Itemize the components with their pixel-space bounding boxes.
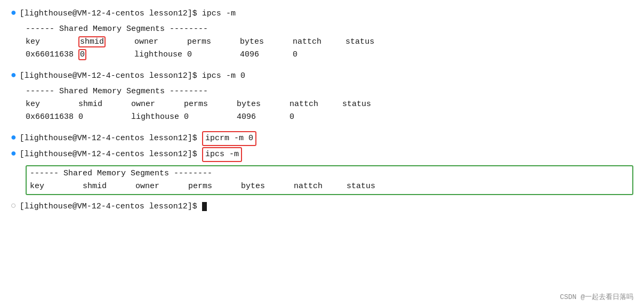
prompt-2: [lighthouse@VM-12-4-centos lesson12]$ ip… [20,70,245,83]
bullet-2: ● [11,68,17,83]
shmid-value-red-box: 0 [78,49,86,60]
shmid-red-box: shmid [78,36,106,47]
shm-data-1: 0x66011638 0 lighthouse 0 4096 0 [26,49,633,61]
prompt-5: [lighthouse@VM-12-4-centos lesson12]$ [20,200,207,213]
prompt-3a: [lighthouse@VM-12-4-centos lesson12]$ [20,132,202,145]
bullet-3a: ● [11,130,17,146]
shm-columns-2: key shmid owner perms bytes nattch statu… [26,98,633,111]
block5-prompt-line: ○ [lighthouse@VM-12-4-centos lesson12]$ [11,198,633,214]
shm-header-3: ------ Shared Memory Segments -------- [30,167,629,180]
block3-line2: ● [lighthouse@VM-12-4-centos lesson12]$ … [11,146,633,162]
bullet-empty: ○ [11,198,17,214]
block2-section: ------ Shared Memory Segments -------- k… [26,85,633,124]
shm-header-2: ------ Shared Memory Segments -------- [26,85,633,98]
bullet-1: ● [11,5,17,21]
watermark: CSDN @一起去看日落吗 [560,292,633,302]
green-shm-block: ------ Shared Memory Segments -------- k… [26,165,633,195]
ipcs-cmd-box: ipcs -m [202,147,242,162]
block2-prompt-line: ● [lighthouse@VM-12-4-centos lesson12]$ … [11,68,633,83]
shm-data-2: 0x66011638 0 lighthouse 0 4096 0 [26,111,633,124]
cursor [202,202,207,211]
ipcrm-cmd-box: ipcrm -m 0 [202,131,256,146]
shm-header-1: ------ Shared Memory Segments -------- [26,23,633,36]
prompt-3b: [lighthouse@VM-12-4-centos lesson12]$ [20,148,202,161]
bullet-3b: ● [11,146,17,161]
prompt-1: [lighthouse@VM-12-4-centos lesson12]$ ip… [20,7,236,20]
shm-columns-1: key shmid owner perms bytes nattch statu… [26,36,633,49]
block1-section: ------ Shared Memory Segments -------- k… [26,23,633,61]
shm-columns-3: key shmid owner perms bytes nattch statu… [30,180,629,193]
block1-prompt-line: ● [lighthouse@VM-12-4-centos lesson12]$ … [11,5,633,21]
block3-lines: ● [lighthouse@VM-12-4-centos lesson12]$ … [11,130,633,162]
block3-line1: ● [lighthouse@VM-12-4-centos lesson12]$ … [11,130,633,146]
